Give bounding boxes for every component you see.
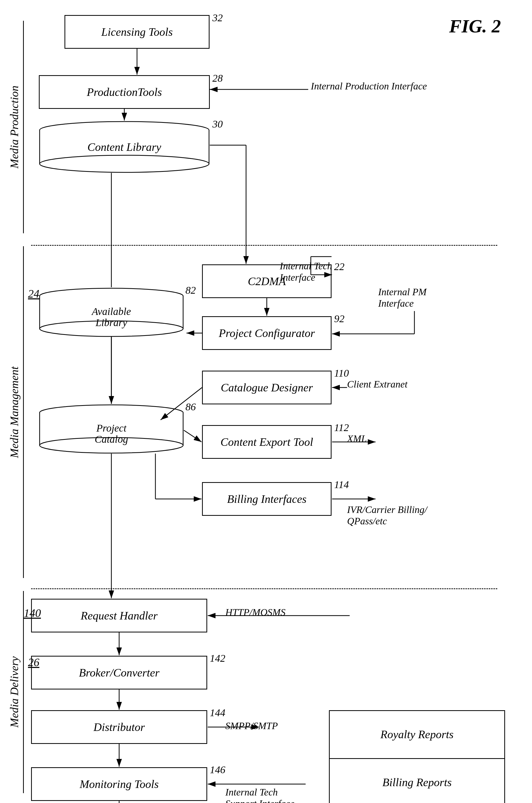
svg-text:Library: Library [95,317,127,328]
c2dma-num: 22 [334,260,344,273]
licensing-tools-box: Licensing Tools [64,15,210,49]
broker-converter-box: Broker/Converter [31,656,207,690]
svg-text:Content Library: Content Library [88,141,162,153]
request-handler-box: Request Handler [31,599,207,633]
monitoring-tools-box: Monitoring Tools [31,767,207,801]
project-configurator-num: 92 [334,313,344,325]
distributor-box: Distributor [31,710,207,744]
svg-text:Available: Available [91,306,131,317]
content-library-num: 30 [212,118,223,130]
production-tools-num: 28 [212,72,223,84]
broker-converter-num: 142 [210,652,225,664]
billing-reports: Billing Reports [330,759,504,803]
internal-tech-support-1-label: Internal Tech Support Interface [225,775,294,803]
production-tools-box: ProductionTools [39,75,210,109]
available-library-box: Available Library [39,288,184,337]
billing-interfaces-num: 114 [334,478,349,491]
project-configurator-box: Project Configurator [202,316,331,350]
divider-2 [31,588,497,589]
fig-label: FIG. 2 [449,16,501,37]
royalty-reports: Royalty Reports [330,711,504,759]
distributor-num: 144 [210,707,225,719]
section-media-delivery: Media Delivery [8,591,24,793]
media-management-ref: 24 [28,287,39,300]
licensing-tools-num: 32 [212,12,223,24]
xml-label: XML [347,433,367,444]
http-mosms-label: HTTP/MOSMS [225,606,285,618]
project-catalog-num: 86 [186,401,196,413]
request-handler-num: 140 [24,606,41,620]
content-library-box: Content Library [39,121,210,173]
available-library-num: 82 [186,284,196,296]
svg-point-4 [40,155,209,172]
internal-production-interface-label: Internal Production Interface [311,80,427,92]
project-catalog-box: Project Catalog [39,404,184,454]
svg-text:Project: Project [96,422,127,434]
divider-1 [31,245,497,246]
svg-text:Catalog: Catalog [95,433,128,445]
reports-container: Royalty Reports Billing Reports Content … [329,710,505,803]
diagram: FIG. 2 Media Production Media Management… [0,0,532,803]
section-media-production: Media Production [8,21,24,233]
svg-line-41 [184,430,202,442]
catalogue-designer-num: 110 [334,367,349,379]
section-media-management: Media Management [8,246,24,578]
internal-pm-interface-label: Internal PM Interface [378,275,426,309]
catalogue-designer-box: Catalogue Designer [202,371,331,404]
client-extranet-label: Client Extranet [347,379,407,390]
monitoring-tools-num: 146 [210,764,225,776]
ivr-billing-label: IVR/Carrier Billing/ QPass/etc [347,492,427,527]
billing-interfaces-box: Billing Interfaces [202,482,331,516]
media-delivery-ref: 26 [28,656,39,669]
internal-tech-interface-label: Internal Tech Interface [280,249,332,283]
content-export-tool-box: Content Export Tool [202,425,331,459]
smpp-smtp-label: SMPP/SMTP [225,720,278,731]
content-export-tool-num: 112 [334,421,349,434]
